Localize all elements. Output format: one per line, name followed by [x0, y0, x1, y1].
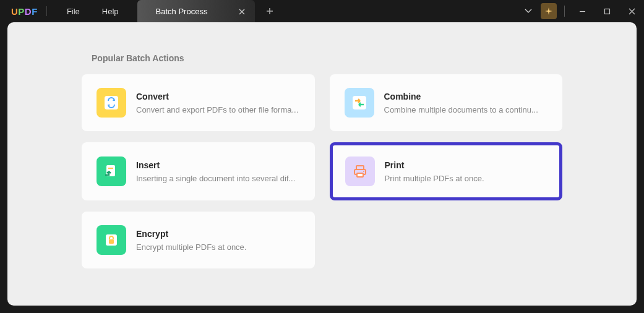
card-encrypt[interactable]: Encrypt Encrypt multiple PDFs at once.: [82, 212, 315, 268]
card-combine-desc: Combine multiple documents to a continu.…: [384, 105, 548, 114]
maximize-icon: [604, 8, 611, 15]
convert-icon: [97, 88, 126, 118]
content-area: Popular Batch Actions Convert Convert an…: [7, 22, 637, 306]
card-print-title: Print: [385, 160, 547, 170]
minimize-icon: [579, 8, 586, 15]
print-icon: [345, 156, 375, 186]
titlebar: U P D F File Help Batch Process: [0, 0, 644, 22]
card-insert-text: Insert Inserting a single document into …: [136, 160, 300, 183]
svg-rect-2: [353, 96, 366, 109]
svg-rect-4: [108, 168, 113, 169]
tab-close-button[interactable]: [236, 6, 247, 17]
card-print[interactable]: Print Print multiple PDFs at once.: [330, 142, 563, 200]
svg-rect-10: [109, 239, 114, 244]
close-window-button[interactable]: [619, 0, 644, 22]
controls-divider: [564, 6, 565, 17]
tab-batch-process[interactable]: Batch Process: [137, 0, 255, 22]
dropdown-button[interactable]: [516, 0, 541, 22]
content-wrap: Popular Batch Actions Convert Convert an…: [0, 22, 644, 313]
card-convert-text: Convert Convert and export PDFs to other…: [136, 92, 300, 114]
logo-letter-u: U: [11, 6, 18, 17]
chevron-down-icon: [525, 9, 532, 14]
card-combine-text: Combine Combine multiple documents to a …: [384, 92, 548, 114]
close-icon: [239, 9, 245, 15]
card-print-text: Print Print multiple PDFs at once.: [385, 160, 547, 183]
card-combine[interactable]: Combine Combine multiple documents to a …: [330, 74, 563, 131]
tab-title: Batch Process: [156, 7, 236, 16]
card-convert-title: Convert: [136, 92, 300, 101]
new-tab-button[interactable]: [264, 5, 276, 18]
cards-grid: Convert Convert and export PDFs to other…: [82, 74, 562, 268]
card-encrypt-desc: Encrypt multiple PDFs at once.: [136, 242, 300, 252]
premium-badge[interactable]: [541, 3, 557, 19]
minimize-button[interactable]: [570, 0, 595, 22]
window-controls: [516, 0, 644, 22]
svg-rect-7: [357, 173, 363, 177]
card-combine-title: Combine: [384, 92, 548, 101]
card-insert-desc: Inserting a single document into several…: [136, 174, 300, 183]
close-icon: [629, 8, 635, 15]
section-title: Popular Batch Actions: [92, 53, 562, 63]
encrypt-icon: [97, 225, 126, 255]
menu-help[interactable]: Help: [91, 7, 130, 16]
card-insert-title: Insert: [136, 160, 300, 170]
card-print-desc: Print multiple PDFs at once.: [385, 174, 547, 183]
app-logo: U P D F: [11, 6, 38, 17]
card-encrypt-title: Encrypt: [136, 229, 300, 239]
card-convert-desc: Convert and export PDFs to other file fo…: [136, 105, 300, 114]
menu-file[interactable]: File: [56, 7, 91, 16]
card-insert[interactable]: Insert Inserting a single document into …: [82, 142, 315, 200]
svg-point-8: [363, 171, 364, 172]
maximize-button[interactable]: [595, 0, 619, 22]
card-convert[interactable]: Convert Convert and export PDFs to other…: [82, 74, 315, 131]
combine-icon: [345, 88, 374, 118]
logo-letter-f: F: [32, 6, 38, 17]
card-encrypt-text: Encrypt Encrypt multiple PDFs at once.: [136, 229, 300, 252]
insert-icon: [97, 156, 126, 186]
svg-rect-0: [604, 9, 609, 14]
logo-letter-d: D: [25, 6, 32, 17]
logo-divider: [46, 6, 47, 16]
sparkle-icon: [544, 6, 554, 16]
plus-icon: [266, 7, 273, 15]
logo-letter-p: P: [18, 6, 25, 17]
